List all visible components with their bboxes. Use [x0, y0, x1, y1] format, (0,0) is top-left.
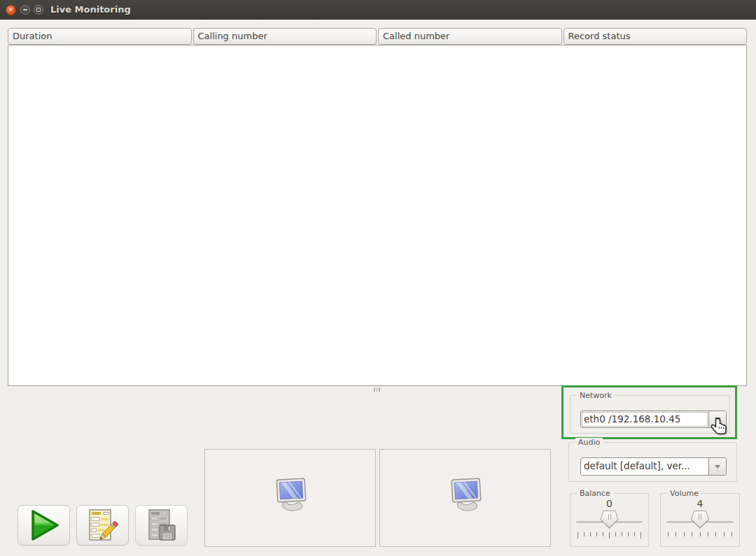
column-header-called-number[interactable]: Called number: [378, 28, 562, 45]
column-header-duration[interactable]: Duration: [8, 28, 192, 45]
edit-notes-button[interactable]: [76, 505, 129, 546]
minimize-icon: [23, 9, 27, 10]
audio-selected-value: default [default], ver...: [581, 458, 708, 475]
volume-group: Volume 4: [660, 493, 740, 547]
volume-tick-marks: [668, 532, 732, 539]
network-select[interactable]: eth0 /192.168.10.45: [580, 411, 727, 428]
chevron-down-icon: [715, 465, 720, 469]
balance-tick-marks: [578, 532, 641, 539]
network-dropdown-button[interactable]: [708, 411, 726, 427]
monitor-icon: [443, 477, 488, 519]
balance-group-label: Balance: [577, 489, 613, 498]
video-panel-remote: [379, 449, 551, 547]
maximize-icon: [36, 8, 41, 12]
monitor-icon: [268, 477, 313, 519]
audio-group-label: Audio: [575, 438, 603, 447]
chevron-down-icon: [715, 418, 720, 421]
volume-slider-handle[interactable]: [691, 511, 709, 529]
edit-form-icon: [86, 508, 120, 543]
table-header-row: Duration Calling number Called number Re…: [8, 28, 747, 45]
balance-value: 0: [570, 498, 648, 509]
volume-value: 4: [661, 498, 739, 509]
column-header-calling-number[interactable]: Calling number: [193, 28, 377, 45]
play-icon: [26, 508, 62, 543]
video-panel-local: [204, 449, 376, 547]
volume-group-label: Volume: [667, 489, 701, 498]
balance-slider-handle[interactable]: [601, 511, 619, 529]
maximize-button[interactable]: [34, 5, 43, 15]
network-group-label: Network: [577, 391, 615, 400]
save-record-button[interactable]: [135, 505, 188, 546]
column-header-record-status[interactable]: Record status: [564, 28, 748, 45]
titlebar: ✕ Live Monitoring: [0, 0, 756, 20]
start-monitoring-button[interactable]: [18, 505, 70, 546]
save-form-icon: [145, 508, 178, 543]
network-selected-value: eth0 /192.168.10.45: [581, 411, 708, 427]
balance-group: Balance 0: [570, 493, 649, 547]
app-window: ✕ Live Monitoring Duration Calling numbe…: [0, 0, 756, 556]
window-title: Live Monitoring: [50, 0, 131, 20]
audio-select[interactable]: default [default], ver...: [580, 457, 727, 476]
close-button[interactable]: ✕: [6, 5, 16, 15]
audio-dropdown-button[interactable]: [708, 458, 726, 475]
network-group: Network eth0 /192.168.10.45: [570, 395, 730, 434]
call-list[interactable]: [8, 45, 747, 386]
close-icon: ✕: [8, 7, 14, 13]
minimize-button[interactable]: [20, 5, 30, 15]
splitter-handle[interactable]: [374, 387, 380, 392]
audio-group: Audio default [default], ver...: [568, 442, 737, 482]
